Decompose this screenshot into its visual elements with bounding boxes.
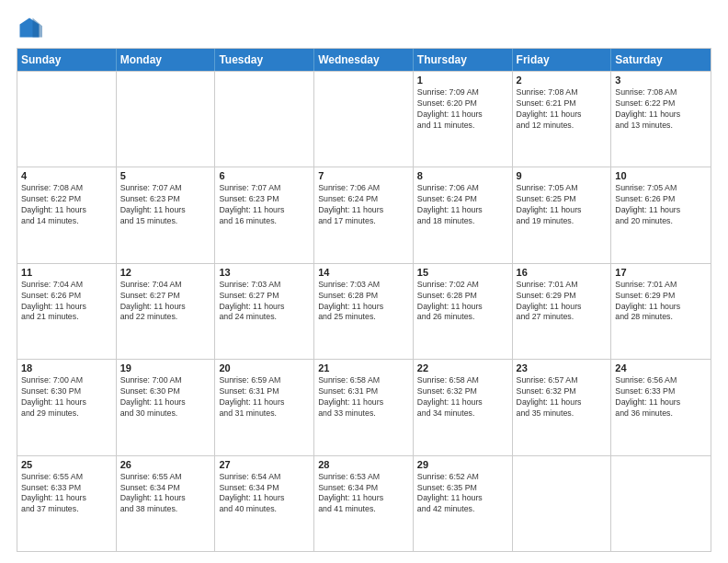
day-number: 25 <box>21 459 112 470</box>
day-info: Sunrise: 6:53 AM Sunset: 6:34 PM Dayligh… <box>318 472 409 516</box>
cal-cell: 25Sunrise: 6:55 AM Sunset: 6:33 PM Dayli… <box>17 456 117 551</box>
day-info: Sunrise: 7:03 AM Sunset: 6:28 PM Dayligh… <box>318 280 409 324</box>
cal-cell: 16Sunrise: 7:01 AM Sunset: 6:29 PM Dayli… <box>513 264 612 359</box>
cal-cell: 8Sunrise: 7:06 AM Sunset: 6:24 PM Daylig… <box>414 167 513 262</box>
cal-cell: 11Sunrise: 7:04 AM Sunset: 6:26 PM Dayli… <box>17 264 117 359</box>
day-number: 20 <box>219 362 310 373</box>
day-number: 8 <box>417 170 508 181</box>
day-info: Sunrise: 7:00 AM Sunset: 6:30 PM Dayligh… <box>120 375 211 419</box>
day-number: 13 <box>219 267 310 278</box>
header-day-sunday: Sunday <box>17 49 117 71</box>
day-info: Sunrise: 7:04 AM Sunset: 6:26 PM Dayligh… <box>21 280 112 324</box>
day-info: Sunrise: 6:55 AM Sunset: 6:33 PM Dayligh… <box>21 472 112 516</box>
calendar-body: 1Sunrise: 7:09 AM Sunset: 6:20 PM Daylig… <box>17 71 711 551</box>
day-info: Sunrise: 7:03 AM Sunset: 6:27 PM Dayligh… <box>219 280 310 324</box>
cal-cell: 17Sunrise: 7:01 AM Sunset: 6:29 PM Dayli… <box>611 264 711 359</box>
day-number: 28 <box>318 459 409 470</box>
day-number: 7 <box>318 170 409 181</box>
cal-cell: 22Sunrise: 6:58 AM Sunset: 6:32 PM Dayli… <box>414 360 513 454</box>
day-info: Sunrise: 6:58 AM Sunset: 6:31 PM Dayligh… <box>318 375 409 419</box>
header-day-monday: Monday <box>117 49 216 71</box>
day-number: 29 <box>417 459 508 470</box>
day-info: Sunrise: 7:06 AM Sunset: 6:24 PM Dayligh… <box>318 183 409 227</box>
header-day-tuesday: Tuesday <box>215 49 314 71</box>
logo <box>17 15 46 40</box>
cal-cell: 15Sunrise: 7:02 AM Sunset: 6:28 PM Dayli… <box>414 264 513 359</box>
day-info: Sunrise: 7:04 AM Sunset: 6:27 PM Dayligh… <box>120 280 211 324</box>
cal-cell: 14Sunrise: 7:03 AM Sunset: 6:28 PM Dayli… <box>314 264 414 359</box>
cal-cell: 1Sunrise: 7:09 AM Sunset: 6:20 PM Daylig… <box>414 72 513 167</box>
header <box>17 15 711 40</box>
calendar-row-0: 1Sunrise: 7:09 AM Sunset: 6:20 PM Daylig… <box>17 71 711 167</box>
cal-cell: 3Sunrise: 7:08 AM Sunset: 6:22 PM Daylig… <box>611 72 711 167</box>
cal-cell: 24Sunrise: 6:56 AM Sunset: 6:33 PM Dayli… <box>611 360 711 454</box>
day-info: Sunrise: 7:08 AM Sunset: 6:21 PM Dayligh… <box>517 87 608 132</box>
cal-cell <box>215 72 314 167</box>
day-info: Sunrise: 7:02 AM Sunset: 6:28 PM Dayligh… <box>417 280 508 324</box>
day-info: Sunrise: 6:58 AM Sunset: 6:32 PM Dayligh… <box>417 375 508 419</box>
day-info: Sunrise: 6:56 AM Sunset: 6:33 PM Dayligh… <box>615 375 707 419</box>
cal-cell: 27Sunrise: 6:54 AM Sunset: 6:34 PM Dayli… <box>215 456 314 551</box>
day-number: 17 <box>615 267 707 278</box>
cal-cell: 29Sunrise: 6:52 AM Sunset: 6:35 PM Dayli… <box>414 456 513 551</box>
cal-cell: 10Sunrise: 7:05 AM Sunset: 6:26 PM Dayli… <box>611 167 711 262</box>
day-number: 14 <box>318 267 409 278</box>
day-number: 27 <box>219 459 310 470</box>
cal-cell <box>611 456 711 551</box>
calendar-row-1: 4Sunrise: 7:08 AM Sunset: 6:22 PM Daylig… <box>17 167 711 262</box>
day-number: 10 <box>615 170 707 181</box>
cal-cell <box>117 72 216 167</box>
day-number: 26 <box>120 459 211 470</box>
day-info: Sunrise: 7:05 AM Sunset: 6:25 PM Dayligh… <box>517 183 608 227</box>
cal-cell: 23Sunrise: 6:57 AM Sunset: 6:32 PM Dayli… <box>513 360 612 454</box>
cal-cell: 19Sunrise: 7:00 AM Sunset: 6:30 PM Dayli… <box>117 360 216 454</box>
cal-cell: 12Sunrise: 7:04 AM Sunset: 6:27 PM Dayli… <box>117 264 216 359</box>
day-number: 6 <box>219 170 310 181</box>
header-day-thursday: Thursday <box>414 49 513 71</box>
calendar-row-3: 18Sunrise: 7:00 AM Sunset: 6:30 PM Dayli… <box>17 359 711 454</box>
header-day-saturday: Saturday <box>611 49 711 71</box>
day-number: 11 <box>21 267 112 278</box>
header-day-friday: Friday <box>513 49 612 71</box>
day-number: 1 <box>417 75 508 86</box>
day-info: Sunrise: 6:57 AM Sunset: 6:32 PM Dayligh… <box>517 375 608 419</box>
day-number: 18 <box>21 362 112 373</box>
day-info: Sunrise: 6:52 AM Sunset: 6:35 PM Dayligh… <box>417 472 508 516</box>
day-number: 23 <box>517 362 608 373</box>
cal-cell: 5Sunrise: 7:07 AM Sunset: 6:23 PM Daylig… <box>117 167 216 262</box>
cal-cell: 18Sunrise: 7:00 AM Sunset: 6:30 PM Dayli… <box>17 360 117 454</box>
day-number: 21 <box>318 362 409 373</box>
day-number: 2 <box>517 75 608 86</box>
day-info: Sunrise: 7:08 AM Sunset: 6:22 PM Dayligh… <box>615 87 707 132</box>
day-number: 15 <box>417 267 508 278</box>
day-info: Sunrise: 7:09 AM Sunset: 6:20 PM Dayligh… <box>417 87 508 132</box>
day-number: 3 <box>615 75 707 86</box>
cal-cell: 6Sunrise: 7:07 AM Sunset: 6:23 PM Daylig… <box>215 167 314 262</box>
day-info: Sunrise: 7:00 AM Sunset: 6:30 PM Dayligh… <box>21 375 112 419</box>
cal-cell: 13Sunrise: 7:03 AM Sunset: 6:27 PM Dayli… <box>215 264 314 359</box>
day-info: Sunrise: 7:06 AM Sunset: 6:24 PM Dayligh… <box>417 183 508 227</box>
cal-cell: 9Sunrise: 7:05 AM Sunset: 6:25 PM Daylig… <box>513 167 612 262</box>
day-number: 9 <box>517 170 608 181</box>
calendar-row-2: 11Sunrise: 7:04 AM Sunset: 6:26 PM Dayli… <box>17 263 711 359</box>
day-number: 5 <box>120 170 211 181</box>
cal-cell: 20Sunrise: 6:59 AM Sunset: 6:31 PM Dayli… <box>215 360 314 454</box>
day-info: Sunrise: 7:01 AM Sunset: 6:29 PM Dayligh… <box>615 280 707 324</box>
day-number: 12 <box>120 267 211 278</box>
cal-cell <box>17 72 117 167</box>
svg-marker-1 <box>33 18 43 38</box>
day-number: 24 <box>615 362 707 373</box>
day-info: Sunrise: 7:07 AM Sunset: 6:23 PM Dayligh… <box>219 183 310 227</box>
day-info: Sunrise: 6:54 AM Sunset: 6:34 PM Dayligh… <box>219 472 310 516</box>
day-info: Sunrise: 7:08 AM Sunset: 6:22 PM Dayligh… <box>21 183 112 227</box>
header-day-wednesday: Wednesday <box>314 49 414 71</box>
day-number: 22 <box>417 362 508 373</box>
day-number: 16 <box>517 267 608 278</box>
day-info: Sunrise: 7:01 AM Sunset: 6:29 PM Dayligh… <box>517 280 608 324</box>
cal-cell: 4Sunrise: 7:08 AM Sunset: 6:22 PM Daylig… <box>17 167 117 262</box>
day-info: Sunrise: 7:07 AM Sunset: 6:23 PM Dayligh… <box>120 183 211 227</box>
cal-cell <box>513 456 612 551</box>
cal-cell: 26Sunrise: 6:55 AM Sunset: 6:34 PM Dayli… <box>117 456 216 551</box>
calendar-header-row: SundayMondayTuesdayWednesdayThursdayFrid… <box>17 49 711 71</box>
day-number: 4 <box>21 170 112 181</box>
